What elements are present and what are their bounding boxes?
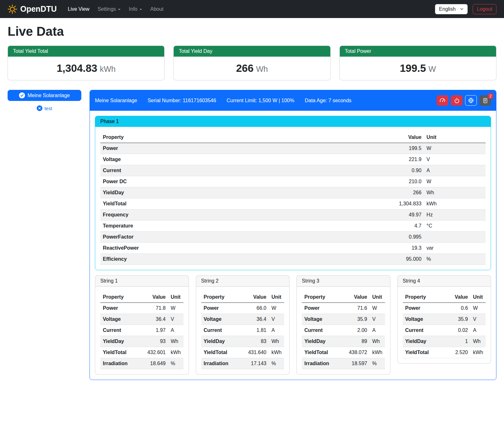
unit-cell: V [424,154,486,165]
property-cell: Power [403,303,443,314]
value-cell: 36.4 [241,314,269,325]
logout-button[interactable]: Logout [473,4,496,14]
nav-item-live-view[interactable]: Live View [64,4,93,15]
table-head: PropertyValueUnit [100,292,184,303]
string-card-body: PropertyValueUnitPower71.6WVoltage35.9VC… [297,287,390,374]
summary-unit: W [428,65,436,73]
table-head: PropertyValueUnit [403,292,486,303]
inverter-item-test[interactable]: test [8,105,81,111]
string-card-2: String 2PropertyValueUnitPower66.0WVolta… [196,275,290,375]
summary-unit: kWh [100,65,115,73]
summary-value: 199.5 [400,62,426,74]
table-row: Power DC210.0W [100,176,486,187]
column-header: Property [100,132,362,143]
property-cell: Irradiation [302,358,342,369]
table-row: Power71.6W [302,303,385,314]
column-header: Value [443,292,471,303]
property-cell: YieldDay [201,336,241,347]
column-header: Unit [424,132,486,143]
summary-card-title: Total Yield Day [174,46,330,57]
table-row: Current0.02A [403,325,486,336]
table-row: Irradiation18.649% [100,358,184,369]
language-select[interactable]: English [435,4,468,14]
property-cell: YieldDay [100,187,362,198]
string-card-title: String 4 [398,276,491,287]
power-icon [454,98,460,103]
string-card-title: String 2 [196,276,289,287]
chevron-down-icon [118,9,121,10]
table-row: Efficiency95.000% [100,254,486,265]
unit-cell: W [424,176,486,187]
property-cell: Current [201,325,241,336]
unit-cell: V [470,314,486,325]
unit-cell: A [470,325,486,336]
brand[interactable]: OpenDTU [8,4,57,14]
summary-card-title: Total Yield Total [8,46,164,57]
device-info-button[interactable] [465,95,477,106]
summary-card-body: 199.5W [340,57,496,80]
table-row: Current1.97A [100,325,184,336]
property-cell: Irradiation [100,358,140,369]
nav-item-info[interactable]: Info [125,4,146,15]
value-cell: 266 [362,187,424,198]
unit-cell: % [269,358,284,369]
unit-cell: V [370,314,385,325]
unit-cell: W [470,303,486,314]
table-head: PropertyValueUnit [100,132,486,143]
journal-list-icon [482,98,488,103]
value-cell: 35.9 [443,314,471,325]
unit-cell [424,232,486,243]
table-row: YieldDay89Wh [302,336,385,347]
unit-cell: W [424,143,486,154]
nav-item-label: Settings [97,6,116,12]
value-cell: 71.8 [140,303,168,314]
table-row: ReactivePower19.3var [100,243,486,254]
unit-cell: °C [424,221,486,232]
table-row: Power66.0W [201,303,284,314]
string-card-body: PropertyValueUnitPower71.8WVoltage36.4VC… [95,287,189,374]
table-body: Power71.8WVoltage36.4VCurrent1.97AYieldD… [100,303,184,369]
table-row: Irradiation17.143% [201,358,284,369]
navbar-right: English Logout [435,4,496,14]
unit-cell: A [370,325,385,336]
unit-cell: kWh [470,347,486,358]
event-log-button[interactable]: 2 [479,95,491,106]
property-cell: YieldDay [302,336,342,347]
nav-item-settings[interactable]: Settings [93,4,125,15]
summary-value: 1,304.83 [57,62,97,74]
value-cell: 18.649 [140,358,168,369]
value-cell: 17.143 [241,358,269,369]
property-cell: Current [100,325,140,336]
page-title: Live Data [8,24,496,39]
inverter-panel-body: Phase 1 PropertyValueUnitPower199.5WVolt… [90,111,496,380]
value-cell: 0.02 [443,325,471,336]
unit-cell: % [424,254,486,265]
value-cell: 49.97 [362,209,424,221]
unit-cell: Hz [424,209,486,221]
phase-card-body: PropertyValueUnitPower199.5WVoltage221.9… [95,127,491,270]
unit-cell: A [269,325,284,336]
nav-item-about[interactable]: About [146,4,168,15]
value-cell: 2.520 [443,347,471,358]
property-cell: Current [302,325,342,336]
inverter-button-active[interactable]: Meine Solaranlage [8,90,81,101]
power-switch-button[interactable] [451,95,463,106]
string-card-title: String 3 [297,276,390,287]
unit-cell: kWh [168,347,184,358]
column-header: Unit [269,292,284,303]
property-cell: YieldTotal [100,347,140,358]
value-cell: 1.81 [241,325,269,336]
limit-settings-button[interactable] [437,95,448,106]
property-cell: YieldTotal [201,347,241,358]
table-body: Power199.5WVoltage221.9VCurrent0.90APowe… [100,143,486,265]
value-cell: 71.6 [342,303,370,314]
table-row: Voltage35.9V [403,314,486,325]
content: Meine Solaranlage test Meine Solaranlage… [8,90,496,380]
property-cell: Voltage [100,314,140,325]
table-row: Current0.90A [100,165,486,176]
check-circle-icon [19,92,25,98]
value-cell: 89 [342,336,370,347]
table-row: Current2.00A [302,325,385,336]
inverter-sidebar: Meine Solaranlage test [8,90,81,111]
inverter-serial: Serial Number: 116171603546 [147,98,216,103]
